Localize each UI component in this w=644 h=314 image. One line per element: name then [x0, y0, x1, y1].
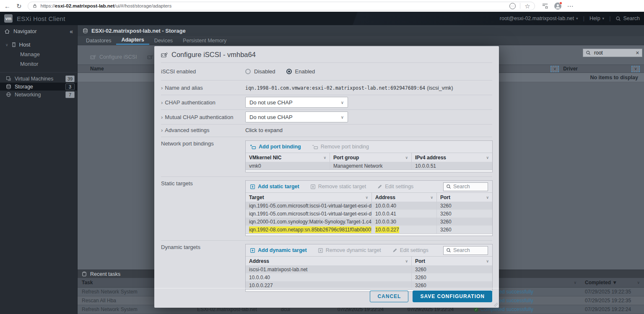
site-info-icon[interactable]: ··· [509, 3, 516, 9]
profile-avatar[interactable] [554, 3, 561, 10]
column-port[interactable]: Port∨ [411, 257, 492, 265]
navigator-title: Navigator [13, 28, 37, 34]
storage-tabs: Datastores Adapters Devices Persistent M… [78, 36, 644, 45]
chap-row: ›CHAP authentication Do not use CHAP∨ [161, 95, 492, 109]
chap-select[interactable]: Do not use CHAP∨ [245, 97, 348, 108]
radio-enabled[interactable]: Enabled [286, 68, 315, 75]
static-target-row[interactable]: iqn.1991-05.com.microsoft:iscsi-01-virtu… [246, 210, 492, 218]
advanced-expand-hint[interactable]: Click to expand [245, 127, 283, 133]
configure-iscsi-button[interactable]: Configure iSCSI [90, 54, 137, 60]
add-static-target-button[interactable]: Add static target [250, 184, 299, 189]
static-target-row-highlighted[interactable]: iqn.1992-08.com.netapp:sn.85bb26796c9811… [246, 226, 492, 234]
storage-title-icon [83, 28, 88, 34]
add-port-binding-button[interactable]: Add port binding [250, 144, 301, 150]
browser-menu-icon[interactable]: ⋯ [567, 3, 574, 9]
chevron-down-icon[interactable]: ∨ [430, 195, 433, 200]
dynamic-target-row[interactable]: iscsi-01.matrixpost-lab.net 3260 [246, 265, 492, 273]
sidebar-item-networking[interactable]: Networking 7 [0, 91, 77, 99]
chap-label[interactable]: ›CHAP authentication [161, 99, 245, 106]
chevron-down-icon[interactable]: ∨ [365, 195, 368, 200]
chevron-down-icon[interactable]: ∨ [486, 259, 489, 263]
iscsi-enabled-label: iSCSI enabled [161, 68, 245, 75]
radio-disabled[interactable]: Disabled [245, 68, 275, 75]
static-target-row[interactable]: iqn.2000-01.com.synology:Matrix-Synology… [246, 218, 492, 226]
edit-settings-button[interactable]: Edit settings [392, 247, 428, 253]
chevron-down-icon[interactable]: ∨ [323, 156, 326, 160]
dialog-resize-grip[interactable] [494, 303, 498, 307]
save-configuration-button[interactable]: SAVE CONFIGURATION [413, 291, 492, 302]
add-port-binding-icon [250, 144, 256, 150]
column-target[interactable]: Target∨ [246, 193, 371, 202]
url-text[interactable]: https://esxi-02.matrixpost-lab.net/ui/#/… [41, 3, 172, 8]
column-port-group[interactable]: Port group∨ [330, 153, 411, 162]
static-targets-label: Static targets [161, 180, 245, 236]
global-search[interactable]: Search [615, 16, 640, 21]
chevron-down-icon[interactable]: ∨ [486, 156, 489, 160]
column-filter-chevron[interactable]: ∨ [631, 66, 640, 72]
sidebar-item-host[interactable]: ∨ Host [0, 40, 77, 49]
column-vmkernel-nic[interactable]: VMkernel NIC∨ [246, 153, 330, 162]
radio-icon[interactable] [245, 69, 251, 74]
remove-static-target-button[interactable]: Remove static target [310, 184, 366, 189]
remove-port-binding-button[interactable]: Remove port binding [312, 144, 369, 150]
add-dynamic-target-button[interactable]: Add dynamic target [250, 247, 307, 253]
tab-adapters[interactable]: Adapters [116, 36, 149, 45]
column-driver[interactable]: Driver [563, 66, 578, 72]
adapters-filter[interactable]: ✕ [583, 49, 642, 57]
help-menu[interactable]: Help▾ [589, 16, 604, 21]
tab-datastores[interactable]: Datastores [81, 36, 116, 45]
back-icon[interactable]: ← [4, 3, 10, 9]
chevron-down-icon[interactable]: ∨ [637, 280, 640, 285]
chevron-down-icon[interactable]: ∨ [486, 195, 489, 200]
chevron-down-icon[interactable]: ∨ [5, 43, 8, 47]
column-port[interactable]: Port∨ [436, 193, 492, 202]
collections-icon[interactable] [542, 3, 548, 9]
user-menu[interactable]: root@esxi-02.matrixpost-lab.net▾ [500, 16, 578, 21]
chevron-down-icon: ∨ [341, 100, 344, 105]
dynamic-targets-search[interactable]: Search [443, 246, 488, 255]
column-name[interactable]: Name [90, 66, 104, 72]
dynamic-targets-header: Address∨ Port∨ [246, 256, 492, 265]
column-filter-chevron[interactable]: ∨ [551, 66, 559, 72]
remove-target-icon [318, 248, 323, 253]
name-alias-row: ›Name and alias iqn.1998-01.com.vmware:e… [161, 80, 492, 95]
notification-dot [559, 2, 562, 5]
advanced-settings-label[interactable]: ›Advanced settings [161, 127, 245, 133]
radio-selected-icon[interactable] [286, 69, 292, 74]
sidebar-item-virtual-machines[interactable]: Virtual Machines 39 [0, 75, 77, 83]
filter-input[interactable] [593, 49, 633, 56]
bookmark-star-icon[interactable]: ☆ [525, 3, 530, 9]
address-bar[interactable]: https://esxi-02.matrixpost-lab.net/ui/#/… [28, 2, 535, 10]
add-target-icon [250, 248, 255, 253]
clear-filter-icon[interactable]: ✕ [636, 50, 639, 56]
static-target-row[interactable]: iqn.1991-05.com.microsoft:iscsi-01-virtu… [246, 202, 492, 210]
column-ipv4-address[interactable]: IPv4 address∨ [411, 153, 492, 162]
sidebar-item-storage[interactable]: Storage 3 [0, 83, 77, 91]
cancel-button[interactable]: CANCEL [370, 291, 408, 302]
sidebar-item-manage[interactable]: Manage [0, 49, 77, 59]
column-address[interactable]: Address∨ [246, 257, 411, 265]
port-binding-row[interactable]: vmk0 Management Network 10.0.0.51 [246, 162, 492, 170]
dynamic-targets-label: Dynamic targets [161, 244, 245, 292]
refresh-icon[interactable]: ↻ [16, 3, 22, 9]
port-bindings-label: Network port bindings [161, 140, 245, 172]
sidebar-item-monitor[interactable]: Monitor [0, 59, 77, 69]
chevron-down-icon[interactable]: ∨ [405, 156, 408, 160]
static-targets-search[interactable]: Search [443, 182, 488, 191]
dynamic-target-row[interactable]: 10.0.0.40 3260 [246, 273, 492, 281]
mutual-chap-label[interactable]: ›Mutual CHAP authentication [161, 114, 245, 120]
chevron-down-icon[interactable]: ∨ [405, 259, 408, 263]
search-icon [586, 50, 591, 55]
configure-iscsi-icon [161, 52, 169, 58]
remove-dynamic-target-button[interactable]: Remove dynamic target [318, 247, 381, 253]
chevron-down-icon[interactable]: ∨ [574, 280, 576, 285]
column-address[interactable]: Address∨ [371, 193, 436, 202]
tab-persistent-memory[interactable]: Persistent Memory [178, 36, 231, 45]
edit-settings-button[interactable]: Edit settings [377, 184, 413, 189]
collapse-sidebar-icon[interactable]: « [70, 28, 73, 35]
tab-devices[interactable]: Devices [149, 36, 178, 45]
dialog-title: Configure iSCSI - vmhba64 [154, 46, 499, 62]
name-alias-label[interactable]: ›Name and alias [161, 85, 245, 91]
mutual-chap-select[interactable]: Do not use CHAP∨ [245, 112, 348, 122]
column-completed[interactable]: Completed ▼∨ [581, 280, 644, 285]
